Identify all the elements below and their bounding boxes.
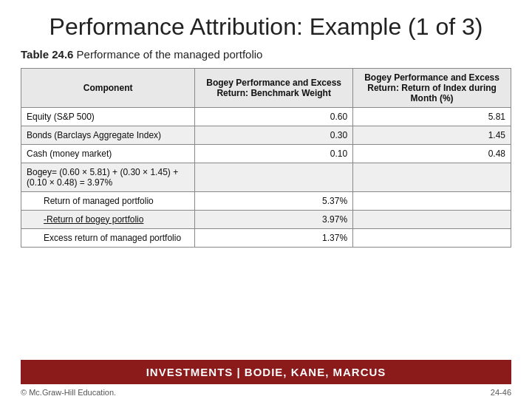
footer-copy: © Mc.Graw-Hill Education.	[21, 388, 116, 397]
row-label: Equity (S&P 500)	[21, 107, 195, 126]
row-val2: 5.81	[353, 107, 511, 126]
table-row: Bonds (Barclays Aggregate Index)0.301.45	[21, 126, 511, 144]
row-val2	[353, 228, 511, 247]
row-val1: 0.10	[195, 144, 353, 163]
row-val1: 1.37%	[195, 228, 353, 247]
footer-bottom: © Mc.Graw-Hill Education. 24-46	[21, 384, 511, 399]
table-row: Bogey= (0.60 × 5.81) + (0.30 × 1.45) + (…	[21, 163, 511, 191]
table-row: Return of managed portfolio5.37%	[21, 191, 511, 210]
table-subtitle: Table 24.6 Performance of the managed po…	[21, 48, 511, 61]
row-label: Bogey= (0.60 × 5.81) + (0.30 × 1.45) + (…	[21, 163, 195, 191]
header-bogey1: Bogey Performance and Excess Return: Ben…	[195, 68, 353, 107]
footer-bar: INVESTMENTS | BODIE, KANE, MARCUS	[21, 360, 511, 384]
row-val1: 3.97%	[195, 210, 353, 228]
table-row: Equity (S&P 500)0.605.81	[21, 107, 511, 126]
table-label: Table 24.6	[21, 48, 73, 61]
table-row: -Return of bogey portfolio3.97%	[21, 210, 511, 228]
table-row: Cash (money market)0.100.48	[21, 144, 511, 163]
performance-table: Component Bogey Performance and Excess R…	[21, 68, 511, 248]
row-val1: 0.30	[195, 126, 353, 144]
row-val2: 0.48	[353, 144, 511, 163]
row-val2: 1.45	[353, 126, 511, 144]
header-bogey2: Bogey Performance and Excess Return: Ret…	[353, 68, 511, 107]
row-val2	[353, 163, 511, 191]
row-label: Excess return of managed portfolio	[21, 228, 195, 247]
row-label: Bonds (Barclays Aggregate Index)	[21, 126, 195, 144]
page-title: Performance Attribution: Example (1 of 3…	[21, 13, 511, 41]
row-val2	[353, 191, 511, 210]
row-label: -Return of bogey portfolio	[21, 210, 195, 228]
table-row: Excess return of managed portfolio1.37%	[21, 228, 511, 247]
table-desc: Performance of the managed portfolio	[77, 48, 263, 61]
row-val2	[353, 210, 511, 228]
header-component: Component	[21, 68, 195, 107]
row-val1	[195, 163, 353, 191]
row-label: Cash (money market)	[21, 144, 195, 163]
page: Performance Attribution: Example (1 of 3…	[0, 0, 532, 399]
row-label: Return of managed portfolio	[21, 191, 195, 210]
row-val1: 0.60	[195, 107, 353, 126]
footer-page: 24-46	[491, 388, 511, 397]
row-val1: 5.37%	[195, 191, 353, 210]
